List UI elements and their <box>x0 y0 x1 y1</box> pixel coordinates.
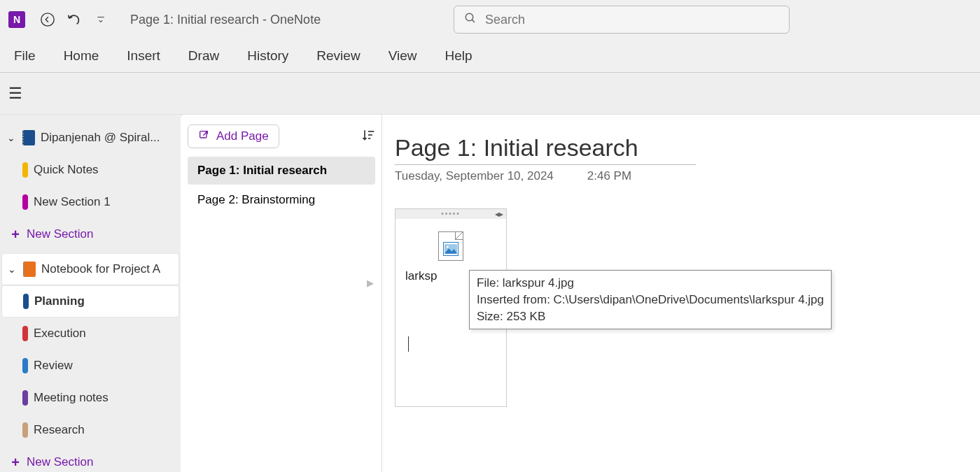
plus-icon: + <box>10 455 21 471</box>
menu-home[interactable]: Home <box>64 48 99 64</box>
section-label: Execution <box>34 327 174 341</box>
section-planning[interactable]: Planning <box>1 285 179 317</box>
section-execution[interactable]: Execution <box>1 317 179 350</box>
notebook-pane: ⌄ Dipanjenah @ Spiral... Quick Notes New… <box>0 115 181 472</box>
menu-bar: File Home Insert Draw History Review Vie… <box>0 39 980 73</box>
menu-view[interactable]: View <box>388 48 417 64</box>
section-label: Research <box>34 423 174 437</box>
search-icon <box>464 12 477 27</box>
title-underline <box>395 164 696 165</box>
page-time: 2:46 PM <box>587 169 631 183</box>
section-research[interactable]: Research <box>1 414 179 446</box>
add-page-button[interactable]: Add Page <box>188 124 279 148</box>
section-color-tab <box>22 390 28 406</box>
note-container-drag-handle[interactable]: ••••• ◂▸ <box>396 209 506 219</box>
section-review[interactable]: Review <box>1 350 179 382</box>
menu-review[interactable]: Review <box>316 48 360 64</box>
menu-draw[interactable]: Draw <box>188 48 219 64</box>
menu-insert[interactable]: Insert <box>127 48 160 64</box>
page-meta: Tuesday, September 10, 2024 2:46 PM <box>395 169 980 183</box>
section-quick-notes[interactable]: Quick Notes <box>1 154 179 186</box>
notebook-icon <box>23 262 36 277</box>
sort-pages-button[interactable] <box>361 128 375 145</box>
section-color-tab <box>22 422 28 438</box>
notebook-label: Notebook for Project A <box>41 262 173 276</box>
compose-icon <box>198 129 209 143</box>
page-title[interactable]: Page 1: Initial research <box>395 134 696 162</box>
window-title: Page 1: Initial research - OneNote <box>130 13 321 27</box>
tooltip-size-line: Size: 253 KB <box>477 308 824 325</box>
section-label: Review <box>34 359 174 373</box>
undo-button[interactable] <box>64 10 84 29</box>
new-section-label: New Section <box>27 227 174 241</box>
page-date: Tuesday, September 10, 2024 <box>395 169 554 183</box>
page-item-brainstorming[interactable]: Page 2: Brainstorming <box>188 186 375 214</box>
plus-icon: + <box>10 227 21 243</box>
section-label: Planning <box>34 294 173 308</box>
menu-history[interactable]: History <box>247 48 288 64</box>
section-meeting-notes[interactable]: Meeting notes <box>1 382 179 414</box>
add-section-button[interactable]: + New Section <box>1 218 179 250</box>
file-info-tooltip: File: larkspur 4.jpg Inserted from: C:\U… <box>469 270 832 329</box>
menu-help[interactable]: Help <box>444 48 472 64</box>
tooltip-file-line: File: larkspur 4.jpg <box>477 275 824 292</box>
tooltip-path-line: Inserted from: C:\Users\dipan\OneDrive\D… <box>477 292 824 308</box>
svg-line-2 <box>472 20 475 22</box>
svg-rect-3 <box>200 131 206 138</box>
file-image-icon <box>438 231 463 261</box>
navigation-toggle-icon[interactable]: ☰ <box>8 85 22 103</box>
svg-point-1 <box>465 13 473 21</box>
grip-dots-icon: ••••• <box>441 212 461 216</box>
menu-file[interactable]: File <box>14 48 36 64</box>
search-box[interactable] <box>454 6 790 34</box>
resize-horizontal-icon[interactable]: ◂▸ <box>495 209 503 219</box>
collapse-handle-icon[interactable]: ▸ <box>367 274 374 291</box>
section-color-tab <box>22 194 28 210</box>
new-section-label: New Section <box>27 455 174 469</box>
chevron-down-icon: ⌄ <box>6 132 17 143</box>
page-item-initial-research[interactable]: Page 1: Initial research <box>188 157 375 185</box>
section-new-section-1[interactable]: New Section 1 <box>1 186 179 218</box>
section-color-tab <box>22 358 28 373</box>
section-label: New Section 1 <box>34 195 174 209</box>
title-bar: N Page 1: Initial research - OneNote <box>0 0 980 39</box>
add-section-button[interactable]: + New Section <box>1 446 179 472</box>
back-button[interactable] <box>38 10 57 29</box>
section-color-tab <box>22 326 28 341</box>
ribbon-area: ☰ <box>0 73 980 115</box>
section-label: Meeting notes <box>34 391 174 405</box>
pages-pane: Add Page Page 1: Initial research Page 2… <box>181 115 382 472</box>
svg-point-0 <box>41 13 54 26</box>
add-page-label: Add Page <box>216 129 269 143</box>
search-input[interactable] <box>485 13 779 27</box>
svg-point-8 <box>447 246 449 248</box>
notebook-icon <box>22 130 35 145</box>
section-label: Quick Notes <box>34 163 174 177</box>
text-cursor <box>408 336 506 352</box>
notebook-item-project-a[interactable]: ⌄ Notebook for Project A <box>1 253 179 285</box>
customize-quick-access-dropdown[interactable] <box>91 10 111 29</box>
chevron-down-icon: ⌄ <box>6 264 18 275</box>
section-color-tab <box>23 294 29 309</box>
notebook-item-dipanjenah[interactable]: ⌄ Dipanjenah @ Spiral... <box>1 122 179 154</box>
app-icon: N <box>8 11 25 28</box>
section-color-tab <box>22 162 28 178</box>
notebook-label: Dipanjenah @ Spiral... <box>41 131 174 145</box>
